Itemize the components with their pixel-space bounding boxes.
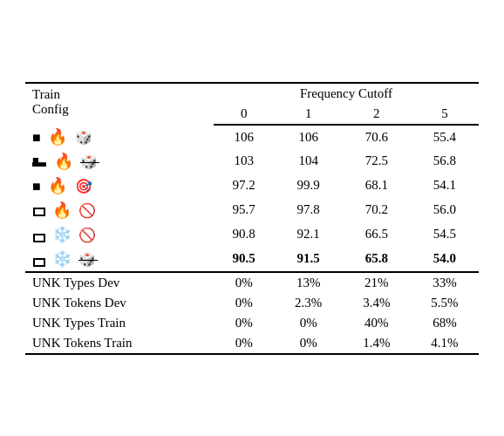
results-table: Train Config Frequency Cutoff 0 1 2 5 ■ …	[25, 82, 479, 355]
val-3-1: 99.9	[275, 174, 343, 198]
train-config-header: Train Config	[25, 83, 214, 125]
val-4-1: 97.8	[275, 198, 343, 222]
unk-tokens-dev-1: 2.3%	[275, 293, 343, 313]
unk-tokens-dev-5: 5.5%	[411, 293, 479, 313]
data-row-6: ❄️ 🎲 90.5 91.5 65.8 54.0	[25, 247, 479, 272]
val-5-0: 90.8	[214, 222, 275, 247]
main-container: Train Config Frequency Cutoff 0 1 2 5 ■ …	[17, 65, 487, 372]
footer-row-4: UNK Tokens Train 0% 0% 1.4% 4.1%	[25, 333, 479, 354]
config-icons-2: ▬■ 🔥 🎲	[25, 149, 214, 174]
data-row-2: ▬■ 🔥 🎲 103 104 72.5 56.8	[25, 149, 479, 174]
unk-types-train-1: 0%	[275, 313, 343, 333]
unk-tokens-dev-0: 0%	[214, 293, 275, 313]
data-row-3: ■ 🔥 🎯 97.2 99.9 68.1 54.1	[25, 174, 479, 198]
val-1-5: 55.4	[411, 125, 479, 149]
config-icons-3: ■ 🔥 🎯	[25, 174, 214, 198]
col-header-1: 1	[275, 104, 343, 125]
col-header-0: 0	[214, 104, 275, 125]
val-2-1: 104	[275, 149, 343, 174]
val-5-2: 66.5	[343, 222, 411, 247]
val-4-0: 95.7	[214, 198, 275, 222]
header-row-1: Train Config Frequency Cutoff	[25, 83, 479, 104]
unk-tokens-train-1: 0%	[275, 333, 343, 354]
config-icons-4: 🔥 🚫	[25, 198, 214, 222]
footer-row-2: UNK Tokens Dev 0% 2.3% 3.4% 5.5%	[25, 293, 479, 313]
data-row-5: ❄️ 🚫 90.8 92.1 66.5 54.5	[25, 222, 479, 247]
val-4-2: 70.2	[343, 198, 411, 222]
unk-tokens-dev-label: UNK Tokens Dev	[25, 293, 214, 313]
unk-types-train-5: 68%	[411, 313, 479, 333]
svg-rect-5	[35, 260, 44, 265]
config-icons-1: ■ 🔥 🎲	[25, 125, 214, 149]
val-6-0: 90.5	[214, 247, 275, 272]
unk-types-dev-label: UNK Types Dev	[25, 272, 214, 293]
unk-types-dev-0: 0%	[214, 272, 275, 293]
val-2-5: 56.8	[411, 149, 479, 174]
data-row-4: 🔥 🚫 95.7 97.8 70.2 56.0	[25, 198, 479, 222]
unk-types-dev-2: 21%	[343, 272, 411, 293]
val-3-2: 68.1	[343, 174, 411, 198]
val-2-0: 103	[214, 149, 275, 174]
svg-rect-1	[35, 209, 44, 215]
val-4-5: 56.0	[411, 198, 479, 222]
unk-tokens-train-0: 0%	[214, 333, 275, 354]
data-row-1: ■ 🔥 🎲 106 106 70.6 55.4	[25, 125, 479, 149]
val-5-1: 92.1	[275, 222, 343, 247]
footer-row-1: UNK Types Dev 0% 13% 21% 33%	[25, 272, 479, 293]
unk-types-dev-1: 13%	[275, 272, 343, 293]
footer-row-3: UNK Types Train 0% 0% 40% 68%	[25, 313, 479, 333]
val-6-5: 54.0	[411, 247, 479, 272]
unk-tokens-train-5: 4.1%	[411, 333, 479, 354]
val-1-1: 106	[275, 125, 343, 149]
config-icons-5: ❄️ 🚫	[25, 222, 214, 247]
unk-types-train-2: 40%	[343, 313, 411, 333]
val-6-1: 91.5	[275, 247, 343, 272]
unk-types-train-0: 0%	[214, 313, 275, 333]
unk-tokens-train-2: 1.4%	[343, 333, 411, 354]
val-3-5: 54.1	[411, 174, 479, 198]
val-1-0: 106	[214, 125, 275, 149]
col-header-2: 2	[343, 104, 411, 125]
val-1-2: 70.6	[343, 125, 411, 149]
val-5-5: 54.5	[411, 222, 479, 247]
frequency-cutoff-header: Frequency Cutoff	[214, 83, 479, 104]
val-2-2: 72.5	[343, 149, 411, 174]
val-6-2: 65.8	[343, 247, 411, 272]
val-3-0: 97.2	[214, 174, 275, 198]
col-header-5: 5	[411, 104, 479, 125]
unk-tokens-train-label: UNK Tokens Train	[25, 333, 214, 354]
unk-tokens-dev-2: 3.4%	[343, 293, 411, 313]
svg-rect-3	[35, 235, 44, 241]
unk-types-train-label: UNK Types Train	[25, 313, 214, 333]
unk-types-dev-5: 33%	[411, 272, 479, 293]
config-icons-6: ❄️ 🎲	[25, 247, 214, 272]
